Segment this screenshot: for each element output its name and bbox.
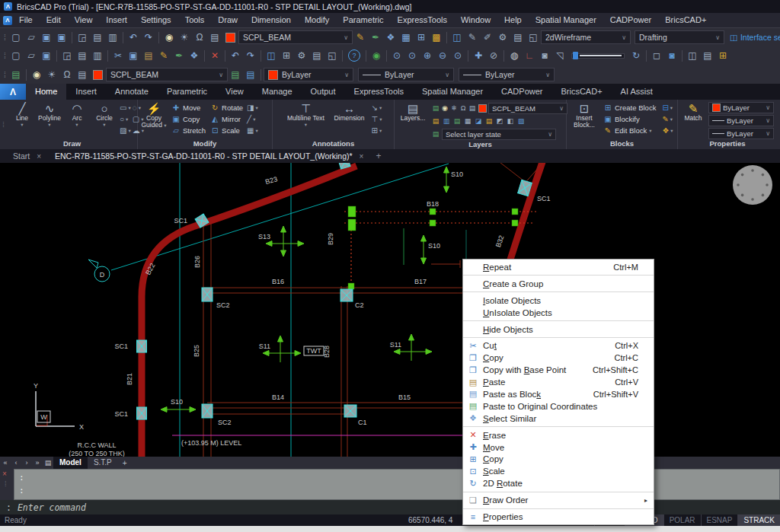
menu-help[interactable]: Help <box>497 13 529 27</box>
menu-item-scale[interactable]: ⊡ Scale <box>463 465 654 477</box>
command-history[interactable]: : : <box>14 469 780 500</box>
layers-button[interactable]: ▤ Layers... <box>397 102 429 122</box>
menu-cadpower[interactable]: CADPower <box>603 13 658 27</box>
layer-lock-icon[interactable]: Ω <box>192 30 207 45</box>
menu-tools[interactable]: Tools <box>178 13 212 27</box>
drawing-explorer-icon[interactable]: ◫ <box>449 30 465 45</box>
layer-eyedropper-icon[interactable]: ✒ <box>368 30 383 45</box>
select-similar-icon[interactable]: ❖ <box>187 49 202 63</box>
bricscad-logo-icon[interactable]: Λ <box>3 16 12 25</box>
close-icon[interactable]: × <box>2 470 7 478</box>
separator[interactable] <box>225 50 225 62</box>
tab-home[interactable]: Home <box>26 84 66 100</box>
drawing-compare-icon[interactable]: ✐ <box>480 30 495 45</box>
ribbon-grip[interactable]: ⁞ <box>0 100 7 149</box>
close-icon[interactable]: × <box>37 152 41 161</box>
new-file-icon[interactable]: ▢ <box>8 30 24 45</box>
add-layout-button[interactable]: + <box>118 459 132 467</box>
sheet-set-icon[interactable]: ▤ <box>700 49 715 63</box>
menu-item-erase[interactable]: ✕ Erase <box>463 426 654 441</box>
ribbon-linetype-dropdown[interactable]: ByLayer∨ <box>708 128 774 139</box>
zoom-window-icon[interactable]: ⊙ <box>404 49 420 63</box>
layer-on-icon[interactable]: ◉ <box>161 30 177 45</box>
tab-annotate[interactable]: Annotate <box>106 84 158 100</box>
mirror-button[interactable]: ◭ Mirror <box>209 113 245 125</box>
tab-expresstools[interactable]: ExpressTools <box>345 84 413 100</box>
layer-dropdown[interactable]: SCPL_BEAM∨ <box>106 68 228 81</box>
menu-item-move[interactable]: ✚ Move <box>463 441 654 454</box>
line-button[interactable]: ╱ Line ▾ <box>9 102 35 127</box>
redo-icon[interactable]: ↷ <box>141 30 156 45</box>
layer-isolate-icon[interactable]: ▩ <box>429 30 444 45</box>
leader-icon[interactable]: ↘▾ <box>372 102 382 113</box>
layer-new-icon[interactable]: ▤ <box>243 68 258 82</box>
open-file-icon[interactable]: ▱ <box>24 49 39 63</box>
structure-panel-icon[interactable]: ⊞ <box>279 49 294 63</box>
menu-file[interactable]: File <box>12 13 40 27</box>
separator[interactable] <box>261 50 261 62</box>
first-tab-button[interactable]: « <box>0 459 11 467</box>
start-tab[interactable]: Start × <box>6 149 48 163</box>
layer-freeze-2-icon[interactable]: ▦ <box>463 116 472 126</box>
scale-button[interactable]: ⊡ Scale <box>209 125 245 136</box>
ucs-icon[interactable]: ∟ <box>522 49 537 63</box>
hatch-icon[interactable]: ▨▾ <box>120 125 131 136</box>
annotation-monitor-icon[interactable]: ◉ <box>369 49 384 63</box>
layer-state-icon[interactable]: ▤ <box>431 129 440 139</box>
layer-merge-icon[interactable]: ▨ <box>516 116 526 126</box>
content-browser-icon[interactable]: ▤ <box>510 30 526 45</box>
menu-item-cut[interactable]: ✂ Cut Ctrl+X <box>463 337 654 352</box>
command-input[interactable]: Enter command <box>18 502 86 513</box>
separator[interactable] <box>468 50 468 62</box>
move-button[interactable]: ✚ Move <box>170 102 207 113</box>
menu-item-draw-order[interactable]: ❏ Draw Order ▸ <box>463 492 654 506</box>
toolbar-grip[interactable]: ⁞ <box>2 52 8 60</box>
camera-icon[interactable]: ◙ <box>537 49 552 63</box>
menu-bricscad-plus[interactable]: BricsCAD+ <box>658 13 713 27</box>
tab-list-icon[interactable]: ▤ <box>43 459 53 467</box>
layer-lock-icon[interactable]: Ω <box>59 68 75 82</box>
toolbar-grip[interactable]: ⁞ <box>2 33 8 42</box>
publish-icon[interactable]: ▥ <box>105 30 120 45</box>
menu-item-paste-as-block[interactable]: ▤ Paste as Block Ctrl+Shift+V <box>463 388 654 400</box>
orbit-icon[interactable]: ↻ <box>628 49 644 63</box>
copy-guided-button[interactable]: ⚡ Copy Guided ▾ <box>140 102 168 129</box>
print-preview-icon[interactable]: ◲ <box>59 49 75 63</box>
menu-item-paste[interactable]: ▤ Paste Ctrl+V <box>463 376 654 388</box>
settings-icon[interactable]: ⚙ <box>495 30 510 45</box>
layer-freeze-icon[interactable]: ☀ <box>177 30 192 45</box>
menu-spatial-manager[interactable]: Spatial Manager <box>529 13 603 27</box>
menu-dimension[interactable]: Dimension <box>245 13 298 27</box>
fillet-icon[interactable]: ╱▾ <box>247 113 258 125</box>
lineweight-dropdown[interactable]: ByLayer∨ <box>358 68 454 81</box>
layer-unisolate-icon[interactable]: ▤ <box>452 116 462 126</box>
layers-manager-icon[interactable]: ▤ <box>8 68 24 82</box>
layer-lock-2-icon[interactable]: ◪ <box>474 116 483 126</box>
table-icon[interactable]: ⊞▾ <box>372 125 382 136</box>
eyedropper-icon[interactable]: ✒ <box>171 49 187 63</box>
open-file-icon[interactable]: ▱ <box>24 30 39 45</box>
copy-icon[interactable]: ▣ <box>126 49 141 63</box>
paste-icon[interactable]: ▤ <box>141 49 156 63</box>
layer-current-icon[interactable]: ▤ <box>484 116 494 126</box>
help-icon[interactable]: ? <box>348 49 360 62</box>
undo-icon[interactable]: ↶ <box>126 30 141 45</box>
separator[interactable] <box>123 32 123 43</box>
dimension-button[interactable]: ↔ Dimension <box>330 102 369 122</box>
edit-settings-icon[interactable]: ✎ <box>465 30 480 45</box>
menu-window[interactable]: Window <box>454 13 497 27</box>
document-tab[interactable]: ENC-R7B-11585-PO-STP-ST-GA-DD-11001-R0 -… <box>48 149 370 163</box>
tab-spatial-manager[interactable]: Spatial Manager <box>413 84 492 100</box>
color-dropdown[interactable]: ByLayer∨ <box>264 68 353 81</box>
separator[interactable] <box>72 32 72 43</box>
attributes-icon[interactable]: ❖▾ <box>662 125 673 136</box>
menu-expresstools[interactable]: ExpressTools <box>391 13 454 27</box>
real-time-motion-icon[interactable]: ◍ <box>507 49 522 63</box>
menu-settings[interactable]: Settings <box>134 13 178 27</box>
toggle-polar[interactable]: POLAR <box>663 514 701 526</box>
menu-item-create-a-group[interactable]: Create a Group <box>463 275 654 289</box>
separator[interactable] <box>446 32 447 43</box>
command-line[interactable]: : Enter command <box>0 500 780 514</box>
separator[interactable] <box>366 50 366 62</box>
save-icon[interactable]: ▣ <box>39 30 54 45</box>
